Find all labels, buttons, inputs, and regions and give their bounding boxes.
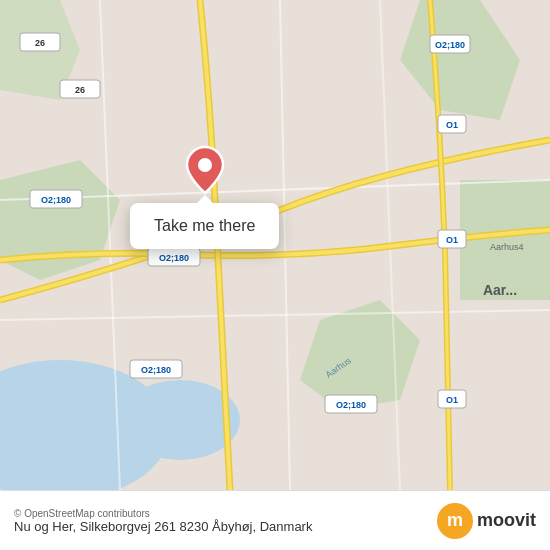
svg-text:26: 26: [75, 85, 85, 95]
svg-text:O2;180: O2;180: [435, 40, 465, 50]
info-left: © OpenStreetMap contributors Nu og Her, …: [14, 508, 312, 534]
svg-text:Aar...: Aar...: [483, 282, 517, 298]
moovit-text: moovit: [477, 510, 536, 531]
svg-text:O2;180: O2;180: [41, 195, 71, 205]
svg-text:O2;180: O2;180: [141, 365, 171, 375]
svg-text:26: 26: [35, 38, 45, 48]
svg-text:O2;180: O2;180: [336, 400, 366, 410]
svg-text:Aarhus4: Aarhus4: [490, 242, 524, 252]
button-label: Take me there: [154, 217, 255, 234]
svg-text:O1: O1: [446, 120, 458, 130]
location-text: Nu og Her, Silkeborgvej 261 8230 Åbyhøj,…: [14, 519, 312, 534]
svg-point-36: [198, 158, 212, 172]
popup-container: Take me there: [130, 145, 279, 249]
svg-text:O2;180: O2;180: [159, 253, 189, 263]
map-container: 26 26 O2;180 O2;180 O2;180 O2;180 O2;180…: [0, 0, 550, 490]
info-bar: © OpenStreetMap contributors Nu og Her, …: [0, 490, 550, 550]
moovit-icon: m: [437, 503, 473, 539]
moovit-logo[interactable]: m moovit: [437, 503, 536, 539]
take-me-there-button[interactable]: Take me there: [130, 203, 279, 249]
map-pin-svg: [185, 145, 225, 195]
attribution: © OpenStreetMap contributors: [14, 508, 312, 519]
svg-text:O1: O1: [446, 395, 458, 405]
svg-text:O1: O1: [446, 235, 458, 245]
